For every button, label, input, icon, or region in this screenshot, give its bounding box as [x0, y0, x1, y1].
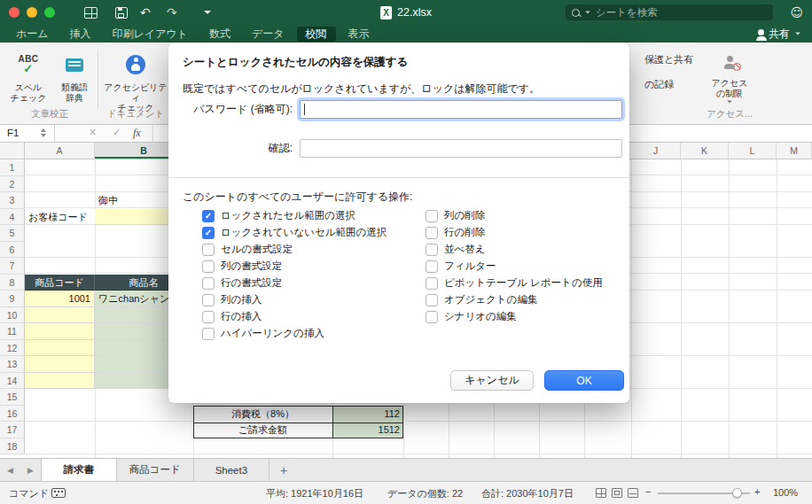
permission-right-1[interactable]: 列の削除 [426, 207, 603, 224]
cancel-entry-icon[interactable]: ✕ [89, 127, 97, 138]
cell-A12[interactable] [25, 340, 95, 357]
permission-left-2[interactable]: ✓ロックされていないセル範囲の選択 [202, 224, 386, 241]
permission-right-5[interactable]: ピボットテーブル レポートの使用 [426, 275, 603, 291]
ribbon-tab-2[interactable]: 挿入 [61, 27, 100, 42]
permission-left-1[interactable]: ✓ロックされたセル範囲の選択 [202, 207, 386, 224]
permission-left-7[interactable]: 行の挿入 [202, 308, 386, 325]
row-header-15[interactable]: 15 [0, 389, 25, 406]
column-header-M[interactable]: M [777, 143, 812, 159]
checkbox-unchecked-icon[interactable] [426, 244, 438, 256]
cell-A4[interactable]: お客様コード [25, 209, 95, 226]
spell-check-button[interactable]: ABC✓ スペル チェック [5, 49, 51, 103]
checkbox-unchecked-icon[interactable] [202, 277, 215, 290]
restrict-access-button[interactable]: アクセス の制限 [702, 48, 757, 104]
row-header-10[interactable]: 10 [0, 307, 25, 324]
ribbon-tab-3[interactable]: 印刷レイアウト [104, 27, 197, 42]
feedback-smiley-icon[interactable]: ☺ [790, 5, 803, 19]
cell-C16[interactable]: 消費税（8%） [193, 406, 332, 423]
permission-right-4[interactable]: フィルター [426, 258, 603, 275]
column-header-K[interactable]: K [681, 143, 729, 159]
checkbox-unchecked-icon[interactable] [202, 328, 215, 340]
ribbon-tab-7[interactable]: 表示 [340, 27, 379, 42]
checkbox-unchecked-icon[interactable] [426, 260, 438, 273]
insert-function-icon[interactable]: fx [133, 127, 141, 140]
row-header-17[interactable]: 17 [0, 422, 25, 438]
checkbox-unchecked-icon[interactable] [426, 227, 438, 239]
add-sheet-button[interactable]: + [269, 459, 298, 481]
cell-A11[interactable] [25, 323, 95, 340]
cell-A9[interactable]: 1001 [25, 291, 95, 307]
undo-icon[interactable]: ↶ [140, 5, 151, 19]
row-header-3[interactable]: 3 [0, 192, 25, 209]
select-all-corner[interactable] [0, 143, 25, 159]
checkbox-unchecked-icon[interactable] [426, 294, 438, 306]
search-box[interactable]: シートを検索 [566, 4, 773, 20]
cell-A8[interactable]: 商品コード [25, 275, 95, 291]
accessibility-check-button[interactable]: アクセシビリティ チェック [101, 49, 170, 113]
save-icon[interactable] [115, 7, 128, 19]
protect-and-share-label-partial[interactable]: 保護と共有 [644, 53, 693, 66]
ribbon-tab-1[interactable]: ホーム [7, 27, 58, 42]
ribbon-tab-5[interactable]: データ [243, 27, 293, 42]
permission-right-3[interactable]: 並べ替え [426, 241, 603, 258]
ribbon-tab-6[interactable]: 校閲 [297, 27, 336, 42]
column-header-L[interactable]: L [729, 143, 777, 159]
checkbox-unchecked-icon[interactable] [426, 277, 438, 290]
confirm-entry-icon[interactable]: ✓ [113, 127, 121, 138]
toolbar-chevron-down-icon[interactable] [204, 11, 211, 14]
row-header-14[interactable]: 14 [0, 373, 25, 390]
row-header-1[interactable]: 1 [0, 159, 25, 176]
row-header-5[interactable]: 5 [0, 225, 25, 242]
permission-left-8[interactable]: ハイパーリンクの挿入 [202, 325, 386, 342]
permission-right-6[interactable]: オブジェクトの編集 [426, 291, 603, 308]
close-window-button[interactable] [9, 7, 20, 18]
row-header-18[interactable]: 18 [0, 438, 25, 455]
checkbox-unchecked-icon[interactable] [426, 311, 438, 323]
row-header-4[interactable]: 4 [0, 209, 25, 226]
column-header-J[interactable]: J [631, 143, 681, 159]
redo-icon[interactable]: ↷ [167, 5, 177, 19]
sheet-tab-3[interactable]: Sheet3 [194, 459, 269, 481]
permission-right-2[interactable]: 行の削除 [426, 224, 603, 241]
zoom-out-icon[interactable]: − [645, 486, 651, 497]
checkbox-unchecked-icon[interactable] [202, 244, 215, 256]
password-input[interactable] [300, 100, 622, 119]
fullscreen-window-button[interactable] [44, 7, 55, 18]
page-layout-view-icon[interactable] [612, 488, 622, 498]
cell-A14[interactable] [25, 373, 95, 390]
row-header-8[interactable]: 8 [0, 275, 25, 291]
column-header-A[interactable]: A [25, 143, 95, 159]
cancel-button[interactable]: キャンセル [450, 370, 534, 391]
thesaurus-button[interactable]: 類義語 辞典 [53, 49, 96, 103]
name-box[interactable]: F1 [0, 125, 55, 142]
ok-button[interactable]: OK [544, 370, 624, 391]
checkbox-unchecked-icon[interactable] [426, 210, 438, 222]
checkbox-unchecked-icon[interactable] [202, 260, 215, 273]
keyboard-icon[interactable] [51, 488, 66, 498]
sheet-prev-icon[interactable]: ◀ [0, 459, 20, 481]
cell-A13[interactable] [25, 356, 95, 373]
track-changes-label-partial[interactable]: の記録 [644, 78, 674, 91]
checkbox-checked-icon[interactable]: ✓ [202, 227, 215, 239]
row-header-11[interactable]: 11 [0, 323, 25, 340]
cell-D16[interactable]: 112 [332, 406, 403, 423]
permission-left-6[interactable]: 列の挿入 [202, 291, 386, 308]
sheet-tab-1[interactable]: 請求書 [41, 459, 117, 481]
share-button[interactable]: 共有 [758, 25, 801, 43]
row-header-12[interactable]: 12 [0, 340, 25, 357]
permission-left-3[interactable]: セルの書式設定 [202, 241, 386, 258]
cell-D17[interactable]: 1512 [332, 422, 403, 438]
row-header-7[interactable]: 7 [0, 258, 25, 275]
permission-left-5[interactable]: 行の書式設定 [202, 275, 386, 291]
name-box-stepper[interactable] [41, 128, 46, 137]
cell-C17[interactable]: ご請求金額 [193, 422, 332, 438]
checkbox-checked-icon[interactable]: ✓ [202, 210, 215, 222]
zoom-slider-knob[interactable] [732, 488, 742, 498]
checkbox-unchecked-icon[interactable] [202, 294, 215, 306]
row-header-13[interactable]: 13 [0, 356, 25, 373]
permission-right-7[interactable]: シナリオの編集 [426, 308, 603, 325]
cell-A10[interactable] [25, 307, 95, 324]
confirm-input[interactable] [300, 139, 622, 158]
permission-left-4[interactable]: 列の書式設定 [202, 258, 386, 275]
page-break-view-icon[interactable] [628, 488, 638, 498]
